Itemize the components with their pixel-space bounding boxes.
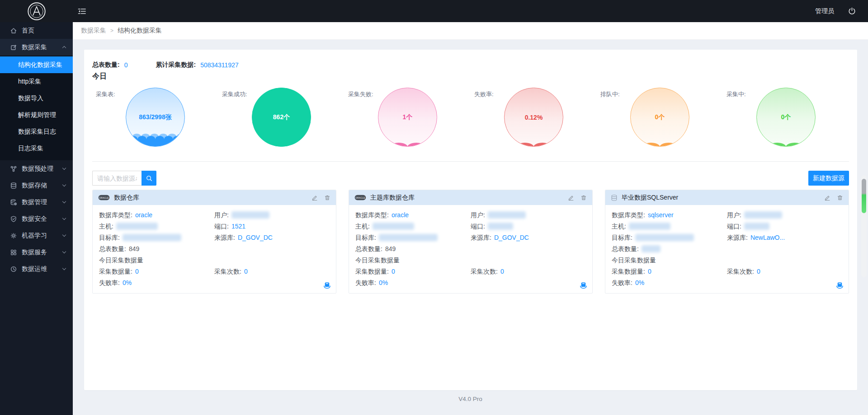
sidebar-item-label: 首页 — [22, 27, 34, 35]
field-label: 端口: — [727, 223, 741, 230]
submenu-item[interactable]: 结构化数据采集 — [0, 56, 73, 73]
field-source: 来源库:D_GOV_DC — [214, 232, 330, 243]
field-value[interactable]: D_GOV_DC — [494, 234, 529, 241]
submenu-item[interactable]: 数据采集日志 — [0, 123, 73, 140]
breadcrumb-parent[interactable]: 数据采集 — [81, 27, 106, 35]
chevron-down-icon — [62, 266, 66, 270]
field-port: 端口: — [471, 221, 586, 232]
svg-text:ORACLE: ORACLE — [355, 197, 365, 199]
sidebar-item-label: 数据管理 — [22, 198, 47, 206]
submenu-item-label: 数据采集日志 — [18, 128, 56, 136]
sidebar-item-data-collect[interactable]: 数据采集 — [0, 39, 73, 56]
delete-icon[interactable] — [324, 195, 330, 201]
field-total-tables: 总表数量:849 — [99, 243, 330, 255]
sidebar-item-security[interactable]: 数据安全 — [0, 210, 73, 227]
field-value: 849 — [129, 245, 139, 252]
field-value: 0% — [379, 279, 388, 286]
gear-icon — [10, 232, 17, 239]
field-value: 0 — [392, 268, 395, 275]
sidebar-item-preprocess[interactable]: 数据预处理 — [0, 160, 73, 177]
field-source: 来源库:D_GOV_DC — [471, 232, 586, 243]
sidebar-item-label: 数据运维 — [22, 265, 47, 273]
edit-icon[interactable] — [311, 195, 318, 201]
svg-text:ORACLE: ORACLE — [99, 197, 108, 199]
sidebar-item-ops[interactable]: 数据运维 — [0, 261, 73, 277]
card-header: ORACLE 主题库数据仓 — [349, 190, 592, 205]
field-label: 总表数量: — [99, 245, 126, 252]
logo-box — [0, 2, 73, 21]
liquid-gauge: 采集中: 0个 — [723, 83, 849, 158]
sidebar-item-home[interactable]: 首页 — [0, 22, 73, 39]
field-label: 目标库: — [99, 234, 120, 241]
collect-action-icon[interactable] — [835, 281, 844, 290]
sidebar-item-storage[interactable]: 数据存储 — [0, 177, 73, 194]
card-fields: 数据库类型:sqlserver 用户: 主机: 端口 — [612, 210, 842, 243]
field-value[interactable]: oracle — [392, 211, 409, 219]
field-total-tables: 总表数量:849 — [355, 243, 586, 255]
field-db-type: 数据库类型:oracle — [355, 210, 471, 221]
card-today-stats: 采集数据量:0 采集次数:0 — [612, 266, 842, 277]
sidebar-item-service[interactable]: 数据服务 — [0, 244, 73, 261]
field-value[interactable]: sqlserver — [648, 211, 674, 219]
field-collect-times: 采集次数:0 — [214, 266, 330, 277]
submenu-item[interactable]: http采集 — [0, 73, 73, 90]
submenu-item[interactable]: 解析规则管理 — [0, 107, 73, 123]
field-fail-rate: 失败率:0% — [612, 277, 842, 289]
delete-icon[interactable] — [580, 195, 587, 201]
field-collect-amount: 采集数据量:0 — [612, 266, 727, 277]
chevron-down-icon — [62, 183, 66, 187]
app-root: 管理员 首页 数据采集 — [0, 0, 868, 415]
card-fields: 数据库类型:oracle 用户: 主机: 端口: — [355, 210, 586, 243]
field-label: 主机: — [612, 223, 626, 230]
field-value[interactable]: oracle — [135, 211, 152, 219]
redacted-value — [123, 234, 181, 241]
field-value: 0% — [123, 279, 132, 286]
collect-action-icon[interactable] — [579, 281, 588, 290]
liquid-gauge: 失败率: 0.12% — [471, 83, 597, 158]
sidebar-item-manage[interactable]: 数据管理 — [0, 194, 73, 210]
gauge-circle: 1个 — [378, 88, 437, 147]
sidebar-item-label: 数据预处理 — [22, 165, 53, 173]
liquid-gauge: 采集成功: 862个 — [218, 83, 344, 158]
edit-icon[interactable] — [824, 195, 830, 201]
field-db-type: 数据库类型:sqlserver — [612, 210, 727, 221]
field-label: 主机: — [99, 223, 113, 230]
sidebar-fold-icon[interactable] — [77, 7, 86, 16]
main-panel: 总表数量: 0 累计采集数据: 50834311927 今日 采集表: — [84, 50, 857, 390]
submenu-item[interactable]: 日志采集 — [0, 140, 73, 157]
card-fields: 数据库类型:oracle 用户: 主机: 端口:15 — [99, 210, 330, 243]
logout-power-icon[interactable] — [848, 7, 856, 15]
search-button[interactable] — [142, 171, 156, 186]
sidebar-item-ml[interactable]: 机器学习 — [0, 227, 73, 244]
search-input[interactable] — [92, 171, 142, 186]
sidebar-item-label: 数据采集 — [22, 43, 47, 51]
field-value[interactable]: NewLawO... — [750, 234, 785, 241]
field-value[interactable]: D_GOV_DC — [238, 234, 273, 241]
oracle-icon: ORACLE — [98, 195, 110, 201]
gauge-label: 采集失败: — [348, 90, 373, 98]
submenu-item[interactable]: 数据导入 — [0, 90, 73, 107]
field-fail-rate: 失败率:0% — [99, 277, 330, 289]
redacted-value — [116, 223, 158, 230]
delete-icon[interactable] — [837, 195, 843, 201]
main-area: 数据采集 > 结构化数据采集 总表数量: 0 累计采集数据: 508343119… — [73, 22, 868, 415]
field-target: 目标库: — [99, 232, 214, 243]
total-tables-label: 总表数量: — [92, 61, 120, 69]
new-datasource-button[interactable]: 新建数据源 — [808, 171, 849, 186]
clock-ops-icon — [10, 266, 17, 273]
card-body: 数据库类型:oracle 用户: 主机: 端口: — [349, 205, 592, 289]
field-value — [642, 245, 660, 252]
collect-action-icon[interactable] — [323, 281, 331, 290]
scrollbar-thumb[interactable] — [862, 179, 866, 213]
redacted-value — [379, 234, 438, 241]
field-host: 主机: — [612, 221, 727, 232]
current-user[interactable]: 管理员 — [815, 7, 834, 15]
field-value: 0 — [648, 268, 651, 275]
field-host: 主机: — [355, 221, 471, 232]
card-body: 数据库类型:oracle 用户: 主机: 端口:15 — [93, 205, 336, 289]
gauge-value: 0个 — [781, 113, 791, 121]
today-collect-label: 今日采集数据量 — [612, 255, 842, 266]
field-value: 1521 — [231, 223, 245, 230]
database-gear-icon — [10, 199, 17, 206]
edit-icon[interactable] — [568, 195, 574, 201]
